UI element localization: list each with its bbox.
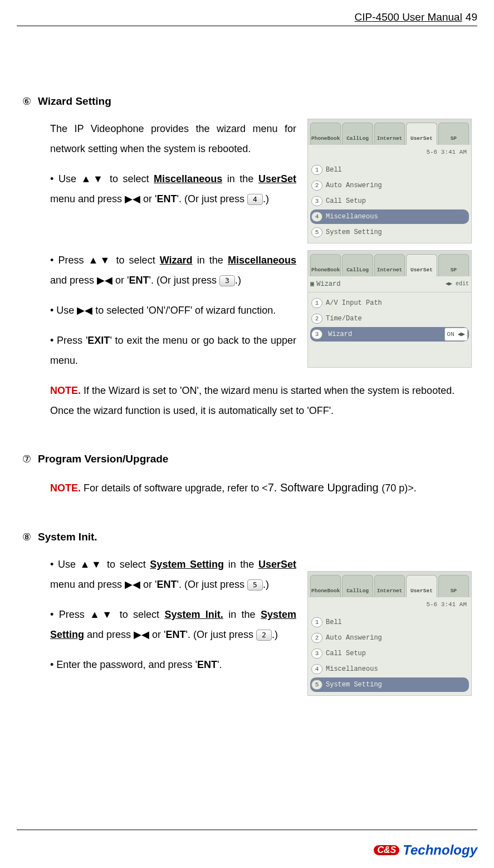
mini-tab-internet: Internet	[374, 575, 405, 597]
text: in the	[193, 255, 228, 266]
text: UserSet	[258, 173, 296, 184]
section-8-bullet-1: • Use ▲▼ to select System Setting in the…	[50, 554, 296, 594]
text: • Press ▲▼ to select	[50, 609, 164, 620]
section-6-bullet-1: • Use ▲▼ to select Miscellaneous in the …	[50, 169, 296, 209]
mini-list: 1Bell 2Auto Answering 3Call Setup 4Misce…	[308, 159, 471, 243]
item-num: 4	[311, 212, 322, 222]
text: System Init.	[164, 609, 223, 620]
note-text: For details of software upgrade, refer t…	[81, 482, 268, 494]
item-num: 2	[311, 181, 322, 191]
note-text: (70 p)>.	[381, 482, 417, 494]
item-label: Miscellaneous	[326, 210, 378, 223]
mini-tab-calllog: CallLog	[342, 575, 373, 597]
text: Miscellaneous	[228, 255, 296, 266]
section-8-bullet-2: • Press ▲▼ to select System Init. in the…	[50, 604, 296, 645]
select-value: ON	[447, 328, 454, 340]
text: UserSet	[258, 559, 296, 570]
mini-status: 5-6 3:41 AM	[308, 145, 471, 159]
mini-item-wizard: 3 Wizard ON◀▶	[310, 327, 469, 342]
text: • Press '	[50, 335, 87, 346]
footer-logo: C&S Technology	[374, 842, 477, 858]
header-divider	[17, 26, 477, 26]
text: in the	[222, 173, 258, 184]
wizard-on-off-select: ON◀▶	[444, 328, 468, 341]
mini-item-system-setting: 5System Setting	[310, 225, 469, 240]
mini-breadcrumb-wizard: ▣Wizard ◀▶ edit	[308, 276, 471, 292]
screenshot-userset-miscellaneous: PhoneBook CallLog Internet UserSet SP 5-…	[307, 119, 472, 243]
text: • Use ▲▼ to select	[50, 559, 150, 570]
item-num: 3	[311, 329, 322, 339]
item-label: Bell	[326, 616, 342, 629]
text: Miscellaneous	[154, 173, 222, 184]
section-8-title: System Init.	[38, 531, 97, 543]
text: in the	[223, 609, 261, 620]
manual-title: CIP-4500 User Manual	[355, 11, 462, 23]
text: '. (Or just press	[177, 579, 247, 590]
mini-tab-internet: Internet	[374, 123, 405, 145]
note-label: NOTE.	[50, 482, 81, 494]
keypad-5-icon: 5	[247, 579, 263, 591]
mini-item-bell: 1Bell	[310, 615, 469, 630]
mini-item-miscellaneous: 4Miscellaneous	[310, 662, 469, 676]
item-num: 2	[311, 314, 322, 324]
item-label: System Setting	[326, 226, 382, 239]
section-8-marker: ⑧	[22, 531, 38, 543]
text: .)	[263, 579, 269, 590]
mini-tab-sp: SP	[438, 575, 469, 597]
text: .)	[263, 193, 269, 204]
mini-item-auto-answering: 2Auto Answering	[310, 631, 469, 645]
item-num: 1	[311, 617, 322, 627]
section-6-note: NOTE. If the Wizard is set to 'ON', the …	[50, 381, 472, 421]
logo-text: Technology	[403, 842, 477, 858]
item-label: Bell	[326, 163, 342, 177]
mini-item-bell: 1Bell	[310, 163, 469, 177]
footer-divider	[17, 830, 477, 830]
page-number: 49	[466, 11, 477, 23]
text: EXIT	[87, 335, 110, 346]
section-7-marker: ⑦	[22, 453, 38, 465]
item-label: System Setting	[326, 678, 382, 691]
mini-tab-phonebook: PhoneBook	[310, 575, 341, 597]
note-text: If the Wizard is set to 'ON', the wizard…	[50, 385, 454, 416]
mini-item-av-input-path: 1A/V Input Path	[310, 296, 469, 310]
item-num: 1	[311, 298, 322, 308]
section-6-header: ⑥ Wizard Setting	[22, 95, 472, 108]
item-label: Time/Date	[326, 312, 362, 325]
text: '. (Or just press	[177, 193, 247, 204]
mini-tab-sp: SP	[438, 123, 469, 145]
breadcrumb-action: ◀▶ edit	[446, 279, 469, 290]
text: in the	[224, 559, 258, 570]
item-num: 3	[311, 648, 322, 659]
mini-tab-internet: Internet	[374, 254, 405, 276]
mini-tab-userset: UserSet	[406, 123, 437, 145]
keypad-3-icon: 3	[219, 275, 235, 286]
text: .)	[272, 629, 278, 640]
section-6-bullet-2: • Press ▲▼ to select Wizard in the Misce…	[50, 250, 296, 290]
breadcrumb-label: Wizard	[316, 280, 340, 288]
mini-tabs: PhoneBook CallLog Internet UserSet SP	[308, 572, 471, 597]
section-6-marker: ⑥	[22, 95, 38, 108]
mini-item-call-setup: 3Call Setup	[310, 646, 469, 661]
section-6-intro: The IP Videophone provides the wizard me…	[50, 119, 296, 159]
chevron-icon: ◀▶	[458, 328, 465, 340]
mini-item-call-setup: 3Call Setup	[310, 194, 469, 208]
mini-list: 1Bell 2Auto Answering 3Call Setup 4Misce…	[308, 612, 471, 695]
section-6-title: Wizard Setting	[38, 95, 111, 108]
mini-tabs: PhoneBook CallLog Internet UserSet SP	[308, 119, 471, 145]
text: .)	[235, 275, 241, 286]
note-label: NOTE.	[50, 385, 81, 396]
mini-item-auto-answering: 2Auto Answering	[310, 178, 469, 193]
item-label: Wizard	[328, 328, 442, 341]
item-num: 4	[311, 664, 322, 674]
text: ENT	[197, 659, 217, 670]
mini-status: 5-6 3:41 AM	[308, 597, 471, 612]
text: '.	[217, 659, 222, 670]
item-num: 2	[311, 633, 322, 643]
text: ENT	[157, 193, 177, 204]
text: ENT	[157, 579, 177, 590]
section-6-bullet-3: • Use ▶◀ to selected 'ON'/'OFF' of wizar…	[50, 300, 296, 320]
section-6-bullet-4: • Press 'EXIT' to exit the menu or go ba…	[50, 330, 296, 370]
page-header: CIP-4500 User Manual 49	[17, 11, 477, 26]
item-label: A/V Input Path	[326, 296, 382, 310]
item-num: 3	[311, 196, 322, 206]
